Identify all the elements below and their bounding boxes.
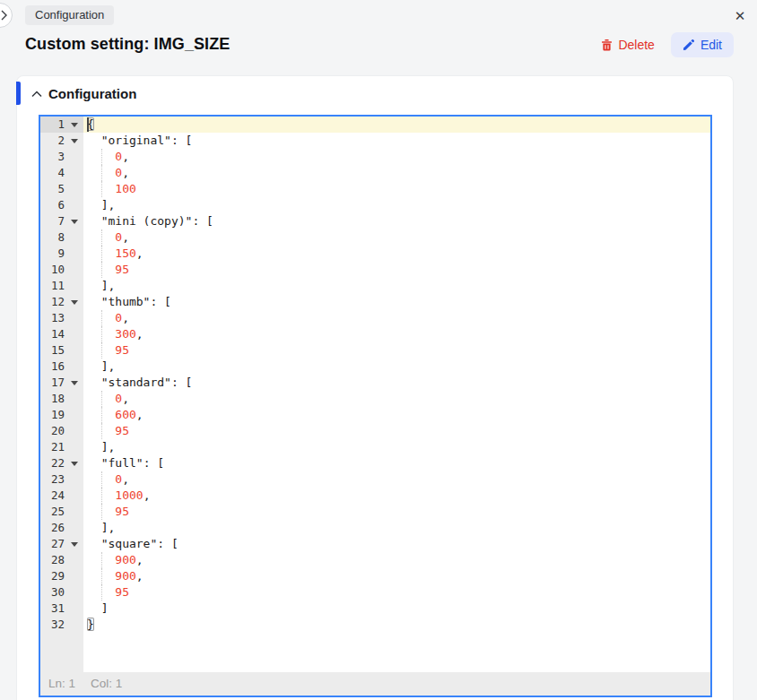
code-line[interactable]: "full": [ (83, 455, 710, 471)
line-number: 21 (40, 439, 83, 455)
configuration-card: Configuration 12345678910111213141516171… (16, 75, 734, 700)
code-line[interactable]: "mini (copy)": [ (83, 213, 710, 229)
code-line[interactable]: 95 (83, 342, 710, 359)
code-line[interactable]: 900, (83, 552, 710, 568)
line-number: 6 (40, 197, 83, 213)
delete-button[interactable]: Delete (601, 38, 654, 52)
line-number: 25 (40, 504, 83, 520)
line-number: 18 (40, 391, 83, 407)
code-line[interactable]: 95 (83, 423, 710, 439)
indent-guide (101, 262, 102, 278)
editor-code-area[interactable]: { "original": [ 0, 0, 100 ], "mini (copy… (83, 117, 710, 672)
indent-guide (101, 423, 102, 439)
fold-toggle-icon[interactable] (71, 381, 78, 385)
code-line[interactable]: ], (83, 359, 710, 375)
indent-guide (101, 488, 102, 504)
indent-guide (101, 584, 102, 601)
status-line-indicator: Ln: 1 (48, 672, 75, 696)
code-line[interactable]: "standard": [ (83, 375, 710, 391)
trash-icon (601, 39, 613, 51)
code-line[interactable]: 0, (83, 471, 710, 488)
line-number: 11 (40, 278, 83, 294)
line-number: 23 (40, 471, 83, 488)
line-number: 24 (40, 488, 83, 504)
code-line[interactable]: 150, (83, 246, 710, 262)
line-number: 8 (40, 229, 83, 246)
line-number: 12 (40, 294, 83, 310)
fold-toggle-icon[interactable] (71, 220, 78, 224)
close-icon[interactable]: ✕ (730, 6, 750, 26)
line-number: 14 (40, 326, 83, 342)
fold-toggle-icon[interactable] (71, 462, 78, 466)
page-header: Custom setting: IMG_SIZE Delete Edit (0, 32, 757, 61)
fold-toggle-icon[interactable] (71, 542, 78, 547)
line-number: 13 (40, 310, 83, 326)
edit-button[interactable]: Edit (671, 32, 734, 57)
line-number: 22 (40, 455, 83, 471)
fold-toggle-icon[interactable] (71, 123, 78, 127)
line-number: 4 (40, 165, 83, 181)
code-line[interactable]: } (83, 617, 710, 633)
pencil-icon (683, 39, 694, 51)
indent-guide (101, 568, 102, 584)
indent-guide (101, 407, 102, 423)
code-line[interactable]: 0, (83, 165, 710, 181)
line-number: 1 (40, 117, 83, 133)
status-column-indicator: Col: 1 (91, 672, 122, 696)
code-line[interactable]: 95 (83, 262, 710, 278)
section-title: Configuration (48, 86, 136, 101)
line-number: 17 (40, 375, 83, 391)
line-number: 2 (40, 133, 83, 149)
tab-configuration[interactable]: Configuration (25, 5, 114, 25)
line-number: 15 (40, 342, 83, 359)
fold-toggle-icon[interactable] (71, 139, 78, 143)
chevron-up-icon (31, 91, 42, 98)
code-line[interactable]: ], (83, 278, 710, 294)
code-line[interactable]: 95 (83, 584, 710, 601)
code-line[interactable]: 0, (83, 310, 710, 326)
edit-button-label: Edit (700, 38, 722, 52)
header-actions: Delete Edit (601, 32, 734, 57)
code-line[interactable]: 0, (83, 149, 710, 165)
indent-guide (101, 391, 102, 407)
code-line[interactable]: "thumb": [ (83, 294, 710, 310)
expand-panel-button[interactable] (0, 3, 13, 28)
chevron-right-icon (1, 10, 7, 21)
indent-guide (101, 165, 102, 181)
line-number: 27 (40, 536, 83, 552)
json-editor[interactable]: 1234567891011121314151617181920212223242… (39, 115, 712, 697)
line-number: 32 (40, 617, 83, 633)
code-line[interactable]: 1000, (83, 488, 710, 504)
collapse-section-button[interactable] (29, 85, 45, 101)
line-number: 16 (40, 359, 83, 375)
code-line[interactable]: 100 (83, 181, 710, 197)
line-number: 29 (40, 568, 83, 584)
indent-guide (101, 471, 102, 488)
code-line[interactable]: "original": [ (83, 133, 710, 149)
fold-toggle-icon[interactable] (71, 300, 78, 305)
code-line[interactable]: 0, (83, 391, 710, 407)
editor-gutter: 1234567891011121314151617181920212223242… (40, 117, 83, 672)
code-line[interactable]: ], (83, 197, 710, 213)
code-line[interactable]: 300, (83, 326, 710, 342)
line-number: 3 (40, 149, 83, 165)
line-number: 30 (40, 584, 83, 601)
code-line[interactable]: 95 (83, 504, 710, 520)
code-line[interactable]: 900, (83, 568, 710, 584)
editor-status-bar: Ln: 1 Col: 1 (40, 672, 710, 696)
code-line[interactable]: 600, (83, 407, 710, 423)
line-number: 9 (40, 246, 83, 262)
line-number: 28 (40, 552, 83, 568)
page-title: Custom setting: IMG_SIZE (25, 35, 230, 54)
code-line[interactable]: { (83, 117, 710, 133)
line-number: 26 (40, 520, 83, 536)
code-line[interactable]: "square": [ (83, 536, 710, 552)
line-number: 31 (40, 601, 83, 617)
section-header: Configuration (17, 82, 136, 105)
code-line[interactable]: 0, (83, 229, 710, 246)
code-line[interactable]: ], (83, 439, 710, 455)
code-line[interactable]: ] (83, 601, 710, 617)
code-line[interactable]: ], (83, 520, 710, 536)
indent-guide (101, 229, 102, 246)
indent-guide (101, 342, 102, 359)
